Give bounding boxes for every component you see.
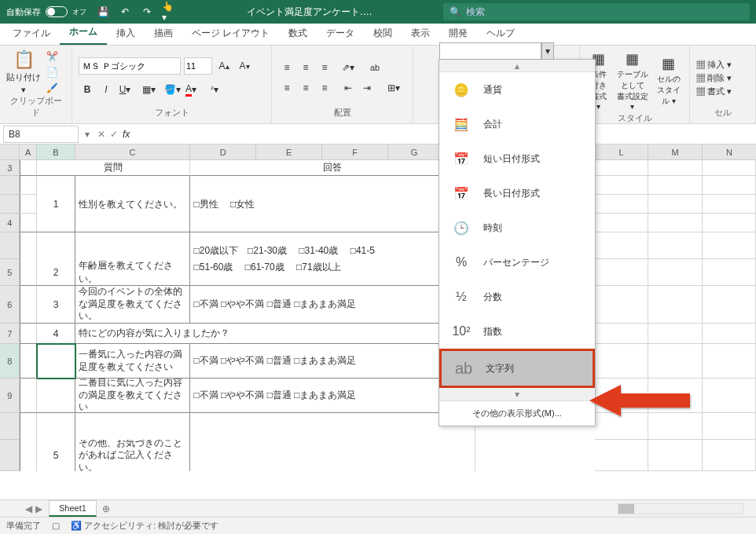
cell-styles-button[interactable]: ▦セルの スタイル ▾	[655, 53, 683, 108]
col-D[interactable]: D	[190, 144, 256, 159]
row-header[interactable]	[0, 176, 20, 195]
fill-color-button[interactable]: 🪣▾	[163, 81, 181, 98]
nf-item-short-date[interactable]: 📅短い日付形式	[439, 141, 595, 176]
tab-file[interactable]: ファイル	[3, 22, 60, 45]
selected-cell-B8[interactable]	[37, 344, 75, 379]
font-size-select[interactable]	[184, 57, 212, 75]
col-L[interactable]: L	[595, 144, 648, 159]
row-header[interactable]: 9	[0, 379, 20, 413]
col-G[interactable]: G	[388, 144, 440, 159]
scroll-down-icon[interactable]: ▾	[439, 388, 595, 400]
nf-item-text[interactable]: ab文字列	[439, 349, 595, 388]
nf-item-accounting[interactable]: 🧮会計	[439, 107, 595, 141]
search-box[interactable]: 🔍 検索	[443, 3, 750, 20]
row-header[interactable]	[0, 232, 20, 259]
row-header[interactable]	[0, 440, 20, 471]
row-header[interactable]: 4	[0, 214, 20, 232]
col-F[interactable]: F	[322, 144, 388, 159]
row-header[interactable]: 7	[0, 324, 20, 344]
tab-data[interactable]: データ	[317, 22, 364, 45]
touch-mode-icon[interactable]: 👆▾	[162, 5, 176, 19]
nf-item-scientific[interactable]: 10²指数	[439, 314, 595, 349]
format-as-table-button[interactable]: ▦テーブルとして 書式設定 ▾	[612, 49, 652, 112]
orientation-icon[interactable]: ⇗▾	[339, 59, 357, 76]
nf-item-percentage[interactable]: %パーセンテージ	[439, 245, 595, 280]
tab-formulas[interactable]: 数式	[279, 22, 317, 45]
indent-decrease-icon[interactable]: ⇤	[339, 79, 357, 97]
name-box-dropdown-icon[interactable]: ▾	[82, 129, 93, 140]
nf-item-time[interactable]: 🕒時刻	[439, 210, 595, 245]
paste-button[interactable]: 📋 貼り付け ▾	[6, 49, 41, 95]
horizontal-scrollbar[interactable]	[618, 503, 743, 514]
number-format-combo[interactable]	[439, 42, 541, 60]
font-color-button[interactable]: A▾	[182, 81, 200, 98]
row-header[interactable]	[0, 413, 20, 440]
row-header[interactable]: 6	[0, 286, 20, 324]
format-painter-icon[interactable]: 🖌️	[46, 82, 58, 94]
col-C[interactable]: C	[75, 144, 190, 159]
tab-draw[interactable]: 描画	[145, 22, 182, 45]
col-A[interactable]: A	[20, 144, 37, 159]
nf-item-long-date[interactable]: 📅長い日付形式	[439, 176, 595, 210]
number-format-combo-arrow[interactable]: ▾	[541, 42, 554, 60]
format-cells-button[interactable]: ▦ 書式 ▾	[696, 86, 749, 97]
insert-cells-button[interactable]: ▦ 挿入 ▾	[696, 59, 749, 71]
row-header[interactable]: 5	[0, 259, 20, 286]
tab-help[interactable]: ヘルプ	[477, 22, 524, 45]
nf-item-fraction[interactable]: ½分数	[439, 280, 595, 314]
sheet-tab-sheet1[interactable]: Sheet1	[49, 500, 97, 517]
save-icon[interactable]: 💾	[96, 5, 110, 19]
tab-view[interactable]: 表示	[402, 22, 439, 45]
row-header[interactable]: 3	[0, 160, 20, 176]
undo-icon[interactable]: ↶	[118, 5, 132, 19]
increase-font-icon[interactable]: A▴	[215, 57, 233, 75]
copy-icon[interactable]: 📄	[46, 66, 58, 79]
tab-insert[interactable]: 挿入	[107, 22, 145, 45]
wrap-text-button[interactable]: ab	[366, 59, 384, 76]
fx-icon[interactable]: fx	[123, 129, 134, 140]
bold-button[interactable]: B	[79, 81, 96, 98]
tab-page-layout[interactable]: ページ レイアウト	[182, 22, 279, 45]
tab-review[interactable]: 校閲	[364, 22, 402, 45]
cancel-formula-icon[interactable]: ✕	[97, 129, 105, 140]
nf-more-formats[interactable]: その他の表示形式(M)...	[439, 400, 595, 426]
worksheet-grid[interactable]: 3 質問 回答 1 性別を教えてください。 □男性 □女性	[0, 160, 756, 498]
italic-button[interactable]: I	[97, 81, 115, 98]
align-left-icon[interactable]: ≡	[278, 79, 295, 97]
cut-icon[interactable]: ✂️	[46, 50, 58, 63]
tab-home[interactable]: ホーム	[60, 20, 107, 45]
status-recorder-icon[interactable]: ▢	[52, 521, 60, 531]
col-E[interactable]: E	[256, 144, 322, 159]
sheet-nav[interactable]: ◀▶	[20, 503, 47, 514]
merge-button[interactable]: ⊞▾	[385, 79, 402, 97]
select-all-corner[interactable]	[0, 144, 20, 159]
align-right-icon[interactable]: ≡	[316, 79, 333, 97]
cell-answer-header[interactable]: 回答	[190, 160, 475, 176]
autosave[interactable]: 自動保存 オフ	[6, 6, 86, 18]
tab-developer[interactable]: 開発	[439, 22, 477, 45]
cell-question-header[interactable]: 質問	[37, 160, 190, 176]
redo-icon[interactable]: ↷	[140, 5, 154, 19]
decrease-font-icon[interactable]: A▾	[236, 57, 253, 75]
align-center-icon[interactable]: ≡	[297, 79, 314, 97]
new-sheet-button[interactable]: ⊕	[98, 503, 114, 514]
enter-formula-icon[interactable]: ✓	[110, 129, 118, 140]
align-top-icon[interactable]: ≡	[278, 59, 295, 76]
col-N[interactable]: N	[703, 144, 756, 159]
align-middle-icon[interactable]: ≡	[297, 59, 314, 76]
col-B[interactable]: B	[37, 144, 75, 159]
borders-button[interactable]: ▦▾	[140, 81, 157, 98]
name-box[interactable]: B8	[3, 126, 79, 143]
status-accessibility[interactable]: ♿ アクセシビリティ: 検討が必要です	[71, 520, 218, 532]
align-bottom-icon[interactable]: ≡	[316, 59, 333, 76]
indent-increase-icon[interactable]: ⇥	[358, 79, 376, 97]
font-name-select[interactable]	[79, 57, 181, 75]
row-header[interactable]: 8	[0, 344, 20, 379]
nf-item-currency[interactable]: 🪙通貨	[439, 72, 595, 107]
row-header[interactable]	[0, 195, 20, 214]
scroll-up-icon[interactable]: ▴	[439, 60, 595, 72]
phonetic-button[interactable]: ᶻ▾	[206, 81, 223, 98]
delete-cells-button[interactable]: ▦ 削除 ▾	[696, 72, 749, 84]
underline-button[interactable]: U▾	[116, 81, 134, 98]
autosave-toggle[interactable]	[46, 6, 68, 17]
